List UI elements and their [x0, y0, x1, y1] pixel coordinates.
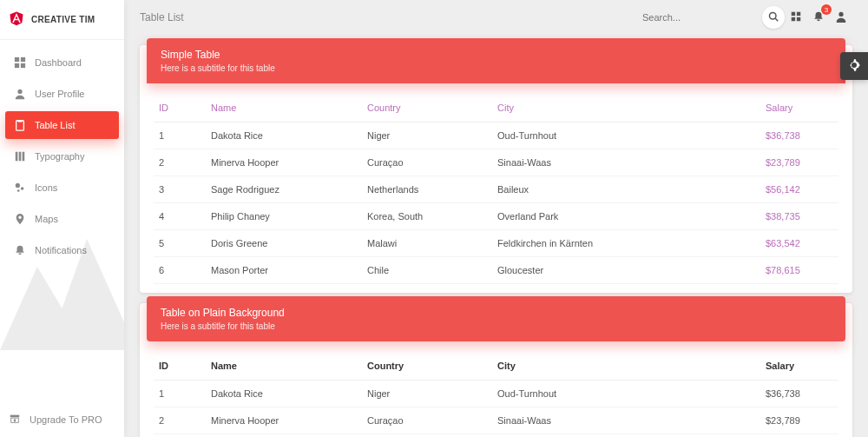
svg-rect-17: [792, 11, 795, 15]
cell-name: Dakota Rice: [206, 381, 362, 407]
simple-table: ID Name Country City Salary 1Dakota Rice…: [154, 94, 838, 284]
cell-salary: $36,738: [760, 122, 838, 149]
bubble-icon: [14, 182, 26, 194]
sidebar-item-typography[interactable]: Typography: [5, 142, 119, 170]
sidebar-item-label: Icons: [35, 182, 57, 193]
svg-point-15: [770, 12, 777, 19]
cell-country: Niger: [362, 122, 492, 149]
card-header: Simple Table Here is a subtitle for this…: [147, 38, 845, 83]
bell-icon: [14, 244, 26, 256]
sidebar-item-notifications[interactable]: Notifications: [5, 236, 119, 264]
th-name: Name: [206, 94, 362, 122]
table-row: 3Sage RodriguezNetherlandsBaileux$56,142: [154, 434, 838, 438]
th-salary: Salary: [760, 352, 838, 381]
cell-name: Minerva Hooper: [206, 407, 362, 434]
brand[interactable]: CREATIVE TIM: [0, 0, 124, 40]
cell-salary: $63,542: [760, 230, 838, 257]
dashboard-top-button[interactable]: [785, 6, 807, 29]
card-simple-table: Simple Table Here is a subtitle for this…: [140, 45, 852, 293]
cell-id: 2: [154, 407, 206, 434]
table-header-row: ID Name Country City Salary: [154, 352, 838, 381]
cell-country: Netherlands: [362, 176, 492, 203]
search: [642, 6, 785, 29]
cell-name: Minerva Hooper: [206, 149, 362, 176]
th-country: Country: [362, 94, 492, 122]
cell-city: Gloucester: [492, 257, 760, 284]
cell-country: Curaçao: [362, 407, 492, 434]
cell-country: Chile: [362, 257, 492, 284]
grid-icon: [790, 10, 802, 25]
card-body: ID Name Country City Salary 1Dakota Rice…: [140, 90, 852, 293]
topbar: Table List 3: [124, 0, 868, 35]
cell-country: Korea, South: [362, 203, 492, 230]
svg-rect-7: [17, 120, 22, 122]
table-row: 2Minerva HooperCuraçaoSinaai-Waas$23,789: [154, 407, 838, 434]
clipboard-icon: [14, 119, 26, 131]
svg-rect-19: [792, 17, 795, 20]
sidebar-item-maps[interactable]: Maps: [5, 205, 119, 233]
cell-city: Oud-Turnhout: [492, 381, 760, 407]
table-row: 1Dakota RiceNigerOud-Turnhout$36,738: [154, 381, 838, 407]
cell-country: Malawi: [362, 230, 492, 257]
angular-logo-icon: [9, 10, 24, 29]
cell-city: Oud-Turnhout: [492, 122, 760, 149]
table-row: 1Dakota RiceNigerOud-Turnhout$36,738: [154, 122, 838, 149]
svg-point-21: [838, 11, 843, 16]
table-row: 5Doris GreeneMalawiFeldkirchen in Kärnte…: [154, 230, 838, 257]
cell-salary: $36,738: [760, 381, 838, 407]
sidebar-upgrade[interactable]: Upgrade To PRO: [0, 402, 124, 437]
location-icon: [14, 213, 26, 225]
card-title: Simple Table: [161, 49, 832, 61]
gear-icon: [847, 58, 861, 75]
sidebar-nav: Dashboard User Profile Table List Typogr…: [0, 40, 124, 402]
svg-rect-20: [797, 17, 800, 20]
search-input[interactable]: [642, 12, 755, 23]
table-header-row: ID Name Country City Salary: [154, 94, 838, 122]
th-city: City: [492, 352, 760, 381]
cell-id: 3: [154, 176, 206, 203]
card-plain-table: Table on Plain Background Here is a subt…: [140, 303, 852, 437]
cell-salary: $23,789: [760, 407, 838, 434]
table-row: 2Minerva HooperCuraçaoSinaai-Waas$23,789: [154, 149, 838, 176]
library-icon: [14, 150, 26, 162]
cell-salary: $38,735: [760, 203, 838, 230]
search-button[interactable]: [762, 6, 785, 29]
settings-fab[interactable]: [840, 52, 868, 80]
cell-name: Philip Chaney: [206, 203, 362, 230]
notifications-button[interactable]: 3: [807, 6, 830, 29]
sidebar-item-table-list[interactable]: Table List: [5, 111, 119, 139]
cell-id: 1: [154, 122, 206, 149]
sidebar-upgrade-label: Upgrade To PRO: [30, 414, 102, 425]
person-icon: [14, 88, 26, 100]
card-title: Table on Plain Background: [161, 307, 832, 319]
plain-table: ID Name Country City Salary 1Dakota Rice…: [154, 352, 838, 437]
brand-name: CREATIVE TIM: [31, 15, 95, 24]
main: Table List 3 Simple Table Here is a subt…: [124, 0, 868, 437]
cell-salary: $78,615: [760, 257, 838, 284]
unarchive-icon: [9, 413, 21, 427]
svg-point-13: [17, 189, 20, 192]
svg-rect-1: [15, 57, 19, 62]
cell-salary: $56,142: [760, 176, 838, 203]
person-icon: [835, 10, 847, 25]
svg-line-16: [775, 18, 778, 21]
cell-country: Niger: [362, 381, 492, 407]
svg-rect-9: [19, 152, 22, 162]
cell-name: Mason Porter: [206, 257, 362, 284]
cell-city: Feldkirchen in Kärnten: [492, 230, 760, 257]
cell-city: Sinaai-Waas: [492, 149, 760, 176]
sidebar-item-user-profile[interactable]: User Profile: [5, 80, 119, 108]
cell-city: Baileux: [492, 176, 760, 203]
card-header: Table on Plain Background Here is a subt…: [147, 296, 845, 341]
dashboard-icon: [14, 56, 26, 69]
content[interactable]: Simple Table Here is a subtitle for this…: [124, 35, 868, 437]
table-row: 3Sage RodriguezNetherlandsBaileux$56,142: [154, 176, 838, 203]
cell-name: Dakota Rice: [206, 122, 362, 149]
card-body: ID Name Country City Salary 1Dakota Rice…: [140, 348, 852, 437]
account-button[interactable]: [830, 6, 852, 29]
th-country: Country: [362, 352, 492, 381]
svg-point-5: [17, 89, 22, 94]
sidebar-item-icons[interactable]: Icons: [5, 174, 119, 202]
sidebar-item-dashboard[interactable]: Dashboard: [5, 49, 119, 76]
svg-rect-4: [21, 63, 25, 68]
